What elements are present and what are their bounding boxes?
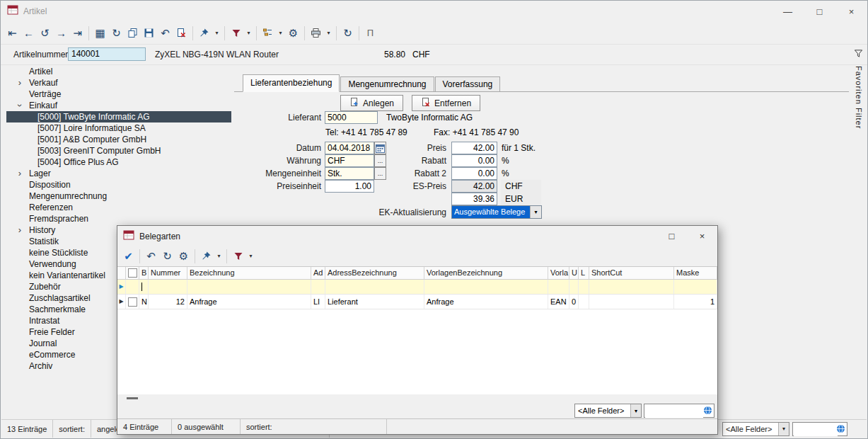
lieferant-field[interactable]: 5000: [325, 111, 378, 124]
tab[interactable]: Vorerfassung: [435, 76, 501, 91]
tree-item[interactable]: [5004] Office Plus AG: [6, 156, 231, 168]
artikelnummer-input[interactable]: 140001: [68, 47, 146, 61]
tree-item[interactable]: Verträge: [6, 89, 231, 100]
field-filter-value: <Alle Felder>: [723, 423, 778, 435]
tree-expand-icon[interactable]: ›: [15, 169, 25, 178]
maximize-button[interactable]: □: [804, 1, 835, 22]
mask-editor-button[interactable]: Π: [362, 25, 378, 41]
col-header-u[interactable]: U: [569, 267, 579, 279]
outline-view-button[interactable]: [260, 25, 276, 41]
tree-item[interactable]: Fremdsprachen: [6, 213, 231, 224]
apply-button[interactable]: ✔: [120, 248, 137, 264]
tree-item[interactable]: Mengenumrechnung: [6, 190, 231, 202]
pin-dropdown[interactable]: ▾: [212, 25, 221, 41]
tree-item[interactable]: [5003] GreenIT Computer GmbH: [6, 145, 231, 156]
cell-maske: 1: [674, 295, 717, 309]
col-header-adressbezeichnung[interactable]: AdressBezeichnung: [325, 267, 424, 279]
insert-row-edit-cell[interactable]: [139, 280, 149, 294]
ek-dropdown-icon[interactable]: ▾: [530, 206, 541, 218]
cell: [579, 280, 589, 294]
select-all-header[interactable]: [126, 267, 139, 279]
tab[interactable]: Mengenumrechnung: [340, 76, 434, 91]
field-filter-combo[interactable]: <Alle Felder> ▾: [722, 422, 789, 436]
pin-dropdown[interactable]: ▾: [214, 248, 224, 264]
outline-dropdown[interactable]: ▾: [276, 25, 285, 41]
anlegen-button[interactable]: Anlegen: [340, 95, 403, 111]
scrollbar-thumb[interactable]: [127, 397, 138, 399]
filter-dropdown[interactable]: ▾: [246, 248, 255, 264]
copy-button[interactable]: [125, 25, 141, 41]
entfernen-button[interactable]: Entfernen: [412, 95, 480, 111]
preis-field[interactable]: 42.00: [451, 142, 497, 154]
cell: [589, 280, 674, 294]
recalculate-button[interactable]: ↻: [340, 25, 356, 41]
tree-item[interactable]: Disposition: [6, 179, 231, 190]
tree-expand-icon[interactable]: ›: [15, 101, 25, 110]
ek-aktualisierung-select[interactable]: Ausgewählte Belege ▾: [451, 205, 542, 219]
pin-button[interactable]: [196, 25, 212, 41]
quick-search-input[interactable]: [794, 423, 838, 436]
tree-item[interactable]: Artikel: [6, 66, 231, 77]
belegarten-close-button[interactable]: ×: [687, 226, 717, 246]
settings-button[interactable]: ⚙: [285, 25, 301, 41]
horizontal-scrollbar[interactable]: [117, 395, 717, 401]
settings-button[interactable]: ⚙: [175, 248, 192, 264]
col-header-maske[interactable]: Maske: [674, 267, 717, 279]
col-header-shortcut[interactable]: ShortCut: [589, 267, 674, 279]
delete-button[interactable]: [173, 25, 190, 41]
revert-navigation-button[interactable]: ↺: [37, 25, 53, 41]
cell: [424, 280, 548, 294]
first-record-button[interactable]: ⇤: [4, 25, 21, 41]
field-filter-caret-icon[interactable]: ▾: [778, 423, 789, 435]
refresh-button[interactable]: ↻: [159, 248, 175, 264]
col-header-l[interactable]: L: [579, 267, 589, 279]
filter-button[interactable]: [230, 248, 246, 264]
tree-expand-icon[interactable]: ›: [15, 225, 25, 235]
tree-item[interactable]: › Verkauf: [6, 77, 231, 89]
pin-button[interactable]: [198, 248, 214, 264]
tree-item-label: Mengenumrechnung: [29, 191, 107, 201]
tree-expand-icon[interactable]: ›: [15, 78, 25, 88]
table-view-button[interactable]: ▦: [92, 25, 108, 41]
col-header-vorlagenbezeichnung[interactable]: VorlagenBezeichnung: [424, 267, 548, 279]
toolbar-separator: [139, 249, 140, 263]
titlebar[interactable]: Artikel — □ ×: [1, 1, 867, 22]
table-insert-row[interactable]: ▶: [117, 280, 717, 295]
belegarten-titlebar[interactable]: Belegarten □ ×: [117, 226, 717, 246]
close-button[interactable]: ×: [835, 1, 867, 22]
field-filter-combo[interactable]: <Alle Felder> ▾: [574, 404, 642, 418]
tree-item[interactable]: › Einkauf: [6, 100, 231, 111]
filter-dropdown[interactable]: ▾: [244, 25, 253, 41]
belegarten-maximize-button[interactable]: □: [656, 226, 687, 246]
col-header-bezeichnung[interactable]: Bezeichnung: [187, 267, 311, 279]
col-header-nummer[interactable]: Nummer: [149, 267, 187, 279]
tab[interactable]: Lieferantenbeziehung: [243, 74, 340, 92]
refresh-button[interactable]: ↻: [108, 25, 125, 41]
previous-record-button[interactable]: ←: [21, 25, 37, 41]
col-header-b[interactable]: B: [139, 267, 149, 279]
discard-button[interactable]: ↶: [143, 248, 159, 264]
status-search-area: <Alle Felder> ▾: [722, 420, 867, 438]
undo-button[interactable]: ↶: [157, 25, 173, 41]
table-row[interactable]: ▶ N 12 Anfrage LI Lieferant Anfrage EAN …: [117, 295, 717, 309]
col-header-ad[interactable]: Ad: [311, 267, 325, 279]
tree-item[interactable]: [5007] Loire Informatique SA: [6, 122, 231, 134]
tree-item[interactable]: [5001] A&B Computer GmbH: [6, 134, 231, 145]
print-button[interactable]: [308, 25, 324, 41]
filter-button[interactable]: [228, 25, 244, 41]
col-header-vorla[interactable]: Vorla: [548, 267, 569, 279]
favoriten-filter-tab[interactable]: Favoriten Filter: [851, 45, 866, 418]
next-record-button[interactable]: →: [53, 25, 69, 41]
tree-item[interactable]: Referenzen: [6, 202, 231, 213]
tree-item[interactable]: › Lager: [6, 168, 231, 179]
rabatt2-field[interactable]: 0.00: [451, 167, 497, 180]
tree-item[interactable]: [5000] TwoByte Informatic AG: [6, 111, 231, 122]
rabatt-field[interactable]: 0.00: [451, 154, 497, 167]
print-dropdown[interactable]: ▾: [324, 25, 333, 41]
save-button[interactable]: [141, 25, 157, 41]
quick-search-input[interactable]: [645, 405, 703, 418]
field-filter-caret-icon[interactable]: ▾: [630, 404, 641, 417]
row-checkbox-cell[interactable]: [126, 295, 139, 309]
minimize-button[interactable]: —: [772, 1, 804, 22]
last-record-button[interactable]: ⇥: [69, 25, 86, 41]
